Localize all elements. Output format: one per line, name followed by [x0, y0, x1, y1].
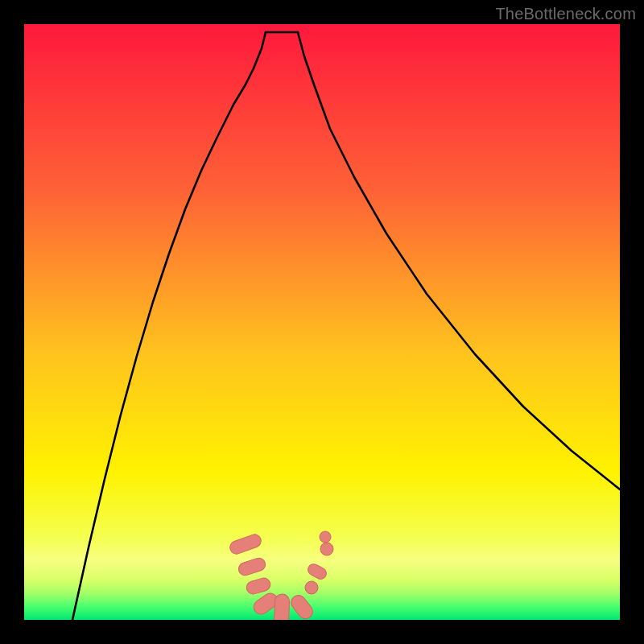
valley-marker-4: [274, 594, 290, 620]
valley-marker-2: [245, 576, 271, 596]
valley-marker-0: [228, 533, 262, 556]
plot-area: [24, 24, 620, 620]
valley-marker-9: [320, 531, 331, 543]
valley-marker-1: [237, 556, 266, 577]
chart-frame: TheBottleneck.com: [0, 0, 644, 644]
curve-right-curve: [298, 32, 620, 489]
valley-marker-6: [305, 581, 318, 594]
curve-left-curve: [72, 32, 266, 620]
valley-marker-5: [288, 592, 316, 620]
valley-marker-8: [320, 543, 333, 555]
curves-layer: [24, 24, 620, 620]
valley-marker-7: [306, 562, 328, 581]
source-watermark: TheBottleneck.com: [495, 5, 636, 23]
